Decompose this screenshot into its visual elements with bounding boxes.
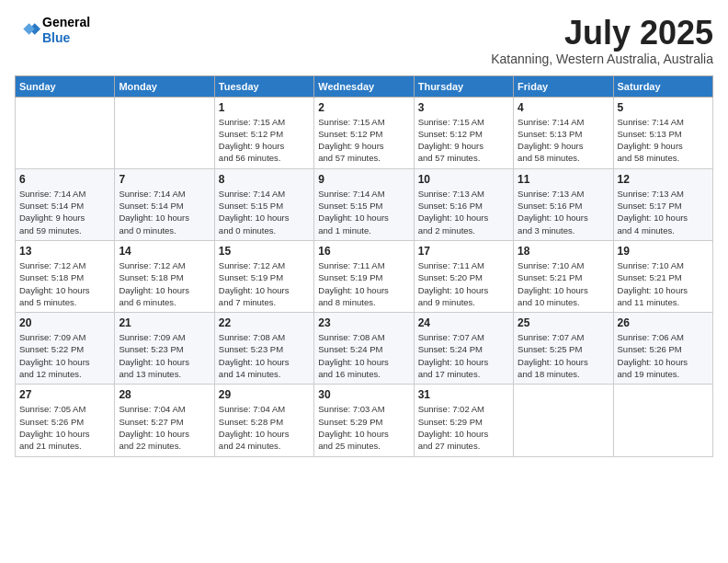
day-info: Sunrise: 7:11 AM Sunset: 5:19 PM Dayligh… xyxy=(318,259,409,308)
day-number: 9 xyxy=(318,173,409,186)
col-header-wednesday: Wednesday xyxy=(314,75,414,97)
calendar-cell: 9Sunrise: 7:14 AM Sunset: 5:15 PM Daylig… xyxy=(314,168,414,240)
day-info: Sunrise: 7:02 AM Sunset: 5:29 PM Dayligh… xyxy=(418,403,509,452)
calendar-cell xyxy=(613,385,712,456)
day-info: Sunrise: 7:08 AM Sunset: 5:23 PM Dayligh… xyxy=(219,331,310,380)
day-info: Sunrise: 7:12 AM Sunset: 5:19 PM Dayligh… xyxy=(219,259,310,308)
day-info: Sunrise: 7:15 AM Sunset: 5:12 PM Dayligh… xyxy=(418,116,509,165)
day-info: Sunrise: 7:04 AM Sunset: 5:28 PM Dayligh… xyxy=(219,403,310,452)
day-number: 28 xyxy=(119,388,210,401)
day-number: 1 xyxy=(219,101,310,114)
calendar-cell: 12Sunrise: 7:13 AM Sunset: 5:17 PM Dayli… xyxy=(613,168,712,240)
calendar-cell: 15Sunrise: 7:12 AM Sunset: 5:19 PM Dayli… xyxy=(214,240,313,312)
calendar-cell: 18Sunrise: 7:10 AM Sunset: 5:21 PM Dayli… xyxy=(514,240,613,312)
day-number: 21 xyxy=(119,316,210,329)
day-info: Sunrise: 7:08 AM Sunset: 5:24 PM Dayligh… xyxy=(318,331,409,380)
day-info: Sunrise: 7:07 AM Sunset: 5:25 PM Dayligh… xyxy=(518,331,609,380)
calendar-week-row: 27Sunrise: 7:05 AM Sunset: 5:26 PM Dayli… xyxy=(16,385,713,456)
day-info: Sunrise: 7:14 AM Sunset: 5:14 PM Dayligh… xyxy=(19,188,110,236)
col-header-sunday: Sunday xyxy=(16,75,115,97)
month-title: July 2025 xyxy=(491,15,713,52)
calendar-cell: 8Sunrise: 7:14 AM Sunset: 5:15 PM Daylig… xyxy=(214,168,313,240)
calendar-cell: 23Sunrise: 7:08 AM Sunset: 5:24 PM Dayli… xyxy=(314,313,414,385)
col-header-monday: Monday xyxy=(115,75,214,97)
day-number: 5 xyxy=(618,101,709,114)
day-info: Sunrise: 7:15 AM Sunset: 5:12 PM Dayligh… xyxy=(318,116,409,165)
day-info: Sunrise: 7:13 AM Sunset: 5:17 PM Dayligh… xyxy=(618,188,709,236)
calendar-cell: 30Sunrise: 7:03 AM Sunset: 5:29 PM Dayli… xyxy=(314,385,414,456)
day-info: Sunrise: 7:14 AM Sunset: 5:13 PM Dayligh… xyxy=(618,116,709,165)
calendar-cell: 29Sunrise: 7:04 AM Sunset: 5:28 PM Dayli… xyxy=(214,385,313,456)
logo-blue: Blue xyxy=(42,30,90,46)
day-number: 16 xyxy=(318,245,409,258)
calendar-cell xyxy=(514,385,613,456)
day-number: 20 xyxy=(19,316,110,329)
calendar-cell: 19Sunrise: 7:10 AM Sunset: 5:21 PM Dayli… xyxy=(613,240,712,312)
logo-text: General Blue xyxy=(42,15,90,46)
day-number: 11 xyxy=(518,173,609,186)
location-title: Katanning, Western Australia, Australia xyxy=(491,52,713,66)
calendar-cell: 10Sunrise: 7:13 AM Sunset: 5:16 PM Dayli… xyxy=(414,168,513,240)
day-number: 7 xyxy=(119,173,210,186)
day-number: 15 xyxy=(219,245,310,258)
day-number: 22 xyxy=(219,316,310,329)
page-header: General Blue July 2025 Katanning, Wester… xyxy=(15,15,713,66)
day-info: Sunrise: 7:11 AM Sunset: 5:20 PM Dayligh… xyxy=(418,259,509,308)
day-number: 8 xyxy=(219,173,310,186)
day-number: 23 xyxy=(318,316,409,329)
calendar-cell: 21Sunrise: 7:09 AM Sunset: 5:23 PM Dayli… xyxy=(115,313,214,385)
day-info: Sunrise: 7:13 AM Sunset: 5:16 PM Dayligh… xyxy=(518,188,609,236)
calendar-table: SundayMondayTuesdayWednesdayThursdayFrid… xyxy=(15,75,713,457)
calendar-cell: 14Sunrise: 7:12 AM Sunset: 5:18 PM Dayli… xyxy=(115,240,214,312)
day-number: 30 xyxy=(318,388,409,401)
calendar-cell: 6Sunrise: 7:14 AM Sunset: 5:14 PM Daylig… xyxy=(16,168,115,240)
day-info: Sunrise: 7:10 AM Sunset: 5:21 PM Dayligh… xyxy=(618,259,709,308)
calendar-cell: 20Sunrise: 7:09 AM Sunset: 5:22 PM Dayli… xyxy=(16,313,115,385)
day-number: 17 xyxy=(418,245,509,258)
day-info: Sunrise: 7:10 AM Sunset: 5:21 PM Dayligh… xyxy=(518,259,609,308)
day-number: 31 xyxy=(418,388,509,401)
calendar-cell: 4Sunrise: 7:14 AM Sunset: 5:13 PM Daylig… xyxy=(514,97,613,168)
day-number: 25 xyxy=(518,316,609,329)
calendar-cell: 31Sunrise: 7:02 AM Sunset: 5:29 PM Dayli… xyxy=(414,385,513,456)
day-number: 3 xyxy=(418,101,509,114)
day-number: 24 xyxy=(418,316,509,329)
calendar-cell: 25Sunrise: 7:07 AM Sunset: 5:25 PM Dayli… xyxy=(514,313,613,385)
col-header-tuesday: Tuesday xyxy=(214,75,313,97)
day-number: 4 xyxy=(518,101,609,114)
day-number: 14 xyxy=(119,245,210,258)
logo: General Blue xyxy=(15,15,90,46)
day-info: Sunrise: 7:15 AM Sunset: 5:12 PM Dayligh… xyxy=(219,116,310,165)
calendar-cell: 3Sunrise: 7:15 AM Sunset: 5:12 PM Daylig… xyxy=(414,97,513,168)
calendar-cell: 27Sunrise: 7:05 AM Sunset: 5:26 PM Dayli… xyxy=(16,385,115,456)
day-info: Sunrise: 7:07 AM Sunset: 5:24 PM Dayligh… xyxy=(418,331,509,380)
calendar-cell: 5Sunrise: 7:14 AM Sunset: 5:13 PM Daylig… xyxy=(613,97,712,168)
day-info: Sunrise: 7:03 AM Sunset: 5:29 PM Dayligh… xyxy=(318,403,409,452)
day-number: 27 xyxy=(19,388,110,401)
day-info: Sunrise: 7:09 AM Sunset: 5:22 PM Dayligh… xyxy=(19,331,110,380)
calendar-cell: 28Sunrise: 7:04 AM Sunset: 5:27 PM Dayli… xyxy=(115,385,214,456)
logo-general: General xyxy=(42,15,90,30)
calendar-week-row: 6Sunrise: 7:14 AM Sunset: 5:14 PM Daylig… xyxy=(16,168,713,240)
calendar-cell xyxy=(16,97,115,168)
col-header-friday: Friday xyxy=(514,75,613,97)
day-info: Sunrise: 7:09 AM Sunset: 5:23 PM Dayligh… xyxy=(119,331,210,380)
day-number: 12 xyxy=(618,173,709,186)
day-number: 29 xyxy=(219,388,310,401)
calendar-cell: 26Sunrise: 7:06 AM Sunset: 5:26 PM Dayli… xyxy=(613,313,712,385)
day-info: Sunrise: 7:05 AM Sunset: 5:26 PM Dayligh… xyxy=(19,403,110,452)
calendar-cell: 1Sunrise: 7:15 AM Sunset: 5:12 PM Daylig… xyxy=(214,97,313,168)
day-info: Sunrise: 7:12 AM Sunset: 5:18 PM Dayligh… xyxy=(19,259,110,308)
calendar-week-row: 13Sunrise: 7:12 AM Sunset: 5:18 PM Dayli… xyxy=(16,240,713,312)
logo-icon xyxy=(15,17,40,43)
col-header-thursday: Thursday xyxy=(414,75,513,97)
calendar-cell: 16Sunrise: 7:11 AM Sunset: 5:19 PM Dayli… xyxy=(314,240,414,312)
day-info: Sunrise: 7:13 AM Sunset: 5:16 PM Dayligh… xyxy=(418,188,509,236)
calendar-week-row: 20Sunrise: 7:09 AM Sunset: 5:22 PM Dayli… xyxy=(16,313,713,385)
calendar-cell: 13Sunrise: 7:12 AM Sunset: 5:18 PM Dayli… xyxy=(16,240,115,312)
day-number: 6 xyxy=(19,173,110,186)
calendar-cell xyxy=(115,97,214,168)
day-info: Sunrise: 7:14 AM Sunset: 5:14 PM Dayligh… xyxy=(119,188,210,236)
day-info: Sunrise: 7:14 AM Sunset: 5:15 PM Dayligh… xyxy=(219,188,310,236)
calendar-cell: 22Sunrise: 7:08 AM Sunset: 5:23 PM Dayli… xyxy=(214,313,313,385)
